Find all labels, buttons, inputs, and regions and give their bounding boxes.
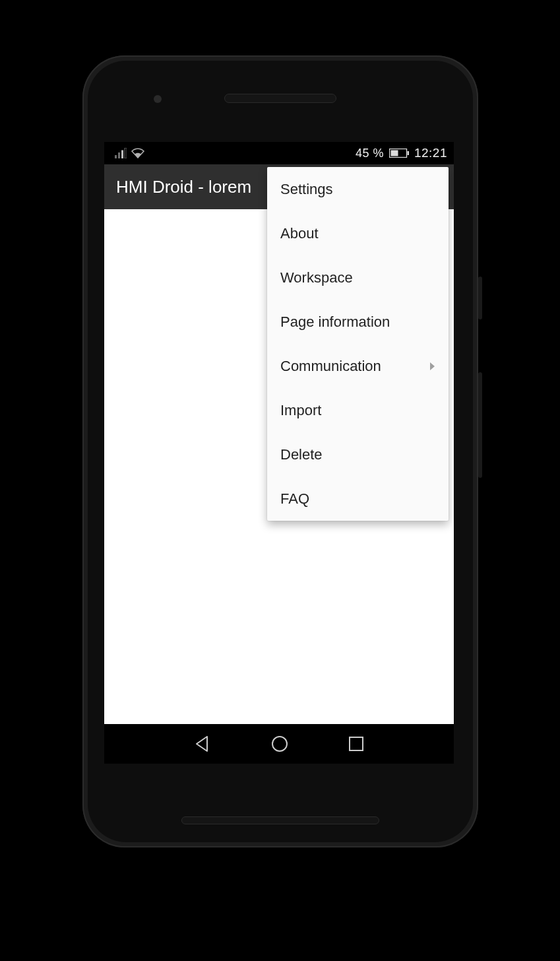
svg-point-7 [272, 737, 287, 751]
menu-item-import[interactable]: Import [267, 388, 449, 432]
wifi-icon [131, 148, 145, 158]
overflow-menu: Settings About Workspace Page informatio… [267, 167, 449, 521]
svg-rect-5 [407, 151, 409, 155]
menu-item-faq[interactable]: FAQ [267, 477, 449, 521]
menu-item-label: Workspace [280, 269, 353, 286]
battery-icon [389, 149, 409, 158]
menu-item-settings[interactable]: Settings [267, 167, 449, 211]
svg-rect-6 [390, 150, 398, 156]
status-left [111, 148, 145, 158]
back-button[interactable] [194, 735, 211, 752]
menu-item-label: Import [280, 402, 321, 419]
menu-item-label: Page information [280, 314, 390, 331]
front-camera [154, 95, 162, 103]
menu-item-workspace[interactable]: Workspace [267, 255, 449, 300]
menu-item-label: Settings [280, 181, 333, 198]
svg-rect-8 [350, 737, 363, 750]
menu-item-page-information[interactable]: Page information [267, 300, 449, 344]
power-button [478, 277, 482, 319]
menu-item-about[interactable]: About [267, 211, 449, 255]
svg-rect-3 [125, 148, 127, 158]
app-title: HMI Droid - lorem [116, 177, 251, 197]
navigation-bar [104, 724, 454, 764]
earpiece [224, 94, 336, 103]
menu-item-label: FAQ [280, 490, 309, 508]
signal-icon [115, 148, 127, 158]
clock: 12:21 [414, 146, 447, 160]
menu-item-label: Communication [280, 358, 381, 375]
svg-rect-0 [115, 155, 117, 158]
battery-percentage: 45 % [356, 147, 384, 160]
menu-item-label: Delete [280, 446, 323, 463]
screen: 45 % 12:21 HMI Droid - lorem Settings Ab… [104, 142, 454, 764]
status-bar: 45 % 12:21 [104, 142, 454, 164]
volume-button [478, 372, 482, 478]
recent-apps-button[interactable] [348, 736, 364, 752]
status-right: 45 % 12:21 [356, 146, 447, 160]
menu-item-communication[interactable]: Communication [267, 344, 449, 388]
submenu-arrow-icon [429, 362, 435, 370]
menu-item-label: About [280, 225, 319, 242]
svg-rect-1 [118, 152, 120, 158]
menu-item-delete[interactable]: Delete [267, 432, 449, 477]
bottom-speaker [181, 816, 379, 824]
home-button[interactable] [270, 735, 289, 753]
svg-rect-2 [121, 150, 123, 159]
